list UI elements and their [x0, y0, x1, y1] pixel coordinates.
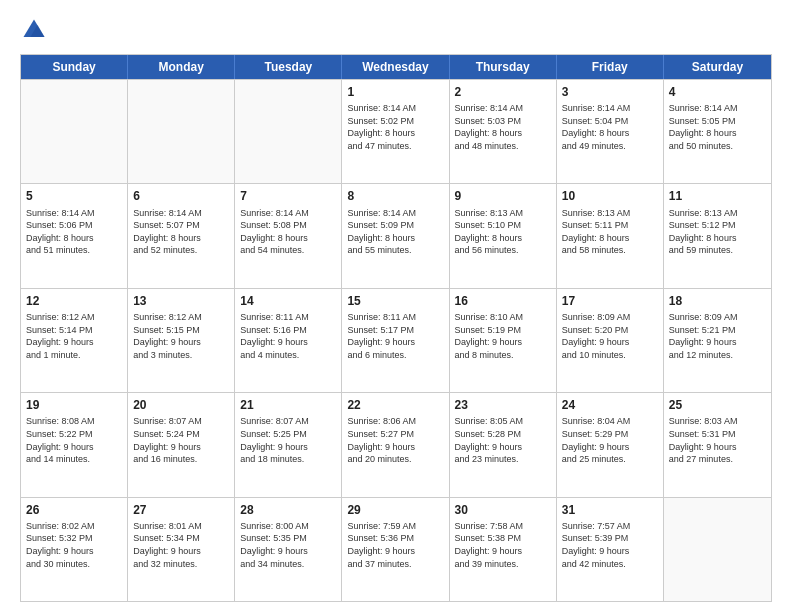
cell-info: and 6 minutes. [347, 349, 443, 362]
day-number: 7 [240, 188, 336, 204]
cell-info: and 10 minutes. [562, 349, 658, 362]
cell-info: and 34 minutes. [240, 558, 336, 571]
cell-info: Daylight: 9 hours [455, 545, 551, 558]
cell-info: Sunrise: 7:57 AM [562, 520, 658, 533]
day-number: 22 [347, 397, 443, 413]
cell-info: Sunset: 5:07 PM [133, 219, 229, 232]
cell-info: Sunrise: 8:12 AM [133, 311, 229, 324]
cell-info: Sunset: 5:17 PM [347, 324, 443, 337]
week-row-2: 5Sunrise: 8:14 AMSunset: 5:06 PMDaylight… [21, 183, 771, 287]
cell-info: Sunrise: 8:02 AM [26, 520, 122, 533]
cell-info: Daylight: 9 hours [347, 336, 443, 349]
cell-info: Daylight: 9 hours [347, 441, 443, 454]
week-row-1: 1Sunrise: 8:14 AMSunset: 5:02 PMDaylight… [21, 79, 771, 183]
day-number: 15 [347, 293, 443, 309]
cell-info: Sunset: 5:38 PM [455, 532, 551, 545]
cell-info: and 4 minutes. [240, 349, 336, 362]
day-number: 20 [133, 397, 229, 413]
day-number: 28 [240, 502, 336, 518]
cal-cell [235, 80, 342, 183]
cal-cell: 18Sunrise: 8:09 AMSunset: 5:21 PMDayligh… [664, 289, 771, 392]
cell-info: and 12 minutes. [669, 349, 766, 362]
cell-info: Sunset: 5:10 PM [455, 219, 551, 232]
cell-info: Sunset: 5:27 PM [347, 428, 443, 441]
cell-info: Daylight: 9 hours [240, 545, 336, 558]
cal-cell: 20Sunrise: 8:07 AMSunset: 5:24 PMDayligh… [128, 393, 235, 496]
cell-info: Sunset: 5:21 PM [669, 324, 766, 337]
cell-info: Sunset: 5:08 PM [240, 219, 336, 232]
calendar-header: SundayMondayTuesdayWednesdayThursdayFrid… [21, 55, 771, 79]
cal-cell [664, 498, 771, 601]
cell-info: and 18 minutes. [240, 453, 336, 466]
week-row-3: 12Sunrise: 8:12 AMSunset: 5:14 PMDayligh… [21, 288, 771, 392]
cal-cell [21, 80, 128, 183]
day-number: 1 [347, 84, 443, 100]
cell-info: Sunset: 5:31 PM [669, 428, 766, 441]
cal-cell: 8Sunrise: 8:14 AMSunset: 5:09 PMDaylight… [342, 184, 449, 287]
cell-info: Sunset: 5:19 PM [455, 324, 551, 337]
day-number: 31 [562, 502, 658, 518]
cal-cell: 16Sunrise: 8:10 AMSunset: 5:19 PMDayligh… [450, 289, 557, 392]
cal-cell: 27Sunrise: 8:01 AMSunset: 5:34 PMDayligh… [128, 498, 235, 601]
day-number: 21 [240, 397, 336, 413]
cell-info: Sunset: 5:24 PM [133, 428, 229, 441]
cell-info: Sunrise: 8:09 AM [562, 311, 658, 324]
cell-info: Sunrise: 8:13 AM [562, 207, 658, 220]
cell-info: Daylight: 9 hours [562, 441, 658, 454]
cell-info: Sunset: 5:28 PM [455, 428, 551, 441]
cell-info: Sunrise: 8:07 AM [133, 415, 229, 428]
cell-info: and 39 minutes. [455, 558, 551, 571]
cal-cell [128, 80, 235, 183]
cell-info: Sunrise: 8:14 AM [26, 207, 122, 220]
day-number: 27 [133, 502, 229, 518]
cell-info: and 37 minutes. [347, 558, 443, 571]
calendar: SundayMondayTuesdayWednesdayThursdayFrid… [20, 54, 772, 602]
cal-cell: 15Sunrise: 8:11 AMSunset: 5:17 PMDayligh… [342, 289, 449, 392]
cell-info: and 8 minutes. [455, 349, 551, 362]
day-number: 8 [347, 188, 443, 204]
cell-info: Sunrise: 8:04 AM [562, 415, 658, 428]
cal-cell: 28Sunrise: 8:00 AMSunset: 5:35 PMDayligh… [235, 498, 342, 601]
cell-info: Daylight: 9 hours [347, 545, 443, 558]
logo-icon [20, 16, 48, 44]
cal-cell: 30Sunrise: 7:58 AMSunset: 5:38 PMDayligh… [450, 498, 557, 601]
day-number: 23 [455, 397, 551, 413]
cal-cell: 19Sunrise: 8:08 AMSunset: 5:22 PMDayligh… [21, 393, 128, 496]
cell-info: Daylight: 9 hours [455, 336, 551, 349]
cell-info: Sunrise: 8:14 AM [347, 207, 443, 220]
cal-cell: 17Sunrise: 8:09 AMSunset: 5:20 PMDayligh… [557, 289, 664, 392]
cell-info: Sunset: 5:12 PM [669, 219, 766, 232]
cell-info: Sunrise: 8:11 AM [240, 311, 336, 324]
day-number: 2 [455, 84, 551, 100]
header-day-tuesday: Tuesday [235, 55, 342, 79]
cell-info: and 23 minutes. [455, 453, 551, 466]
cal-cell: 25Sunrise: 8:03 AMSunset: 5:31 PMDayligh… [664, 393, 771, 496]
cal-cell: 12Sunrise: 8:12 AMSunset: 5:14 PMDayligh… [21, 289, 128, 392]
cell-info: Daylight: 8 hours [347, 232, 443, 245]
cell-info: Sunset: 5:39 PM [562, 532, 658, 545]
header-day-thursday: Thursday [450, 55, 557, 79]
day-number: 29 [347, 502, 443, 518]
cell-info: Sunset: 5:02 PM [347, 115, 443, 128]
day-number: 9 [455, 188, 551, 204]
cell-info: Daylight: 9 hours [669, 441, 766, 454]
cell-info: and 48 minutes. [455, 140, 551, 153]
cell-info: and 3 minutes. [133, 349, 229, 362]
cell-info: Sunrise: 8:10 AM [455, 311, 551, 324]
cell-info: Sunset: 5:16 PM [240, 324, 336, 337]
cell-info: Daylight: 9 hours [133, 336, 229, 349]
header-day-monday: Monday [128, 55, 235, 79]
cell-info: Sunset: 5:04 PM [562, 115, 658, 128]
cell-info: and 14 minutes. [26, 453, 122, 466]
cal-cell: 3Sunrise: 8:14 AMSunset: 5:04 PMDaylight… [557, 80, 664, 183]
cell-info: Sunrise: 7:58 AM [455, 520, 551, 533]
cal-cell: 4Sunrise: 8:14 AMSunset: 5:05 PMDaylight… [664, 80, 771, 183]
cell-info: Daylight: 9 hours [133, 545, 229, 558]
day-number: 26 [26, 502, 122, 518]
cell-info: and 55 minutes. [347, 244, 443, 257]
cell-info: Sunrise: 8:05 AM [455, 415, 551, 428]
cell-info: Sunrise: 8:13 AM [669, 207, 766, 220]
cell-info: Sunrise: 7:59 AM [347, 520, 443, 533]
cell-info: and 49 minutes. [562, 140, 658, 153]
cell-info: Daylight: 9 hours [26, 545, 122, 558]
